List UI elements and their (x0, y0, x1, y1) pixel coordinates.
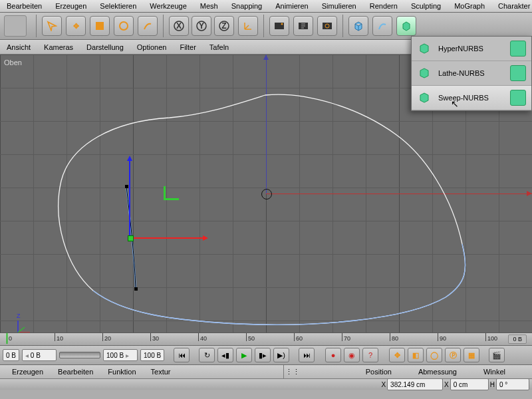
nurbs-menu-item-hypernurbs[interactable]: HyperNURBS (412, 37, 531, 61)
nurbs-dropdown-menu: HyperNURBSLathe-NURBSSweep-NURBS (411, 36, 532, 111)
spline-point[interactable] (134, 287, 138, 291)
transport-bar: 0 B ◂ 0 B 100 B ▸ 100 B ⏮ ↻ ◂▮ ▶ ▮▸ ▶) ⏭… (0, 346, 532, 365)
range-end-field[interactable]: 100 B ▸ (103, 349, 138, 361)
move-tool-button[interactable]: ✥ (66, 16, 86, 36)
last-tool-button[interactable] (138, 16, 158, 36)
svg-text:Y: Y (199, 21, 204, 31)
svg-point-1 (120, 22, 128, 30)
key-pla-button[interactable]: ▦ (464, 348, 479, 362)
key-rotate-button[interactable]: ◯ (426, 348, 442, 362)
attribute-tabs: ErzeugenBearbeitenFunktionTextur ⋮⋮ Posi… (0, 365, 532, 379)
viewmenu-tafeln[interactable]: Tafeln (209, 43, 229, 51)
menu-animieren[interactable]: Animieren (269, 1, 315, 11)
render-settings-button[interactable] (317, 16, 337, 36)
coordinate-fields-bar: X 382.149 cm X 0 cm H 0 ° (0, 379, 532, 390)
rotation-h-field[interactable]: 0 ° (496, 378, 529, 390)
coord-system-button[interactable] (238, 16, 258, 36)
menu-charakter[interactable]: Charakter (491, 1, 532, 11)
tab-funktion[interactable]: Funktion (108, 368, 136, 376)
clapper-button[interactable]: 🎬 (489, 348, 505, 362)
render-view-button[interactable] (269, 16, 289, 36)
undo-button[interactable] (4, 15, 27, 37)
nurbs-menu-button[interactable] (396, 16, 416, 36)
frame-start-field[interactable]: 0 B (3, 349, 19, 361)
range-start-field[interactable]: ◂ 0 B (22, 349, 57, 361)
nurbs-icon (417, 66, 432, 80)
lock-axis-y-button[interactable]: Y (192, 16, 211, 36)
primitive-cube-button[interactable] (348, 16, 368, 36)
coord-label-abmessung: Abmessung (418, 368, 457, 376)
prev-key-button[interactable]: ◂▮ (217, 348, 233, 362)
nurbs-menu-item-sweep-nurbs[interactable]: Sweep-NURBS (412, 86, 531, 110)
svg-point-9 (281, 23, 283, 25)
play-button[interactable]: ▶ (236, 348, 252, 362)
menu-bearbeiten[interactable]: Bearbeiten (0, 1, 49, 11)
menu-simulieren[interactable]: Simulieren (315, 1, 363, 11)
menu-mograph[interactable]: MoGraph (448, 1, 491, 11)
spline-pen-button[interactable] (372, 16, 392, 36)
keyframe-options-button[interactable]: ? (362, 348, 378, 362)
menu-rendern[interactable]: Rendern (363, 1, 404, 11)
timeline-ruler[interactable]: 0 B 0102030405060708090100 (0, 332, 532, 346)
viewmenu-filter[interactable]: Filter (180, 43, 196, 51)
menu-selektieren[interactable]: Selektieren (93, 1, 143, 11)
svg-line-15 (18, 327, 25, 332)
nurbs-secondary-icon (510, 41, 526, 57)
scale-tool-button[interactable] (90, 16, 110, 36)
world-axis-x (266, 194, 532, 194)
viewmenu-ansicht[interactable]: Ansicht (7, 43, 31, 51)
svg-text:X: X (176, 21, 182, 31)
viewmenu-kameras[interactable]: Kameras (44, 43, 73, 51)
axis-handle-xz-plane[interactable] (128, 235, 134, 241)
nurbs-secondary-icon (510, 90, 526, 106)
render-pv-button[interactable] (293, 16, 313, 36)
record-key-button[interactable]: ● (325, 348, 341, 362)
nurbs-icon (417, 41, 432, 56)
goto-end-button[interactable]: ⏭ (299, 348, 315, 362)
viewmenu-optionen[interactable]: Optionen (137, 43, 167, 51)
axis-x-label: X (381, 381, 386, 388)
select-tool-button[interactable] (42, 16, 62, 36)
world-axis-z (266, 55, 267, 194)
frame-end-field[interactable]: 100 B (140, 349, 164, 361)
key-move-button[interactable]: ✥ (389, 348, 405, 362)
spline-point[interactable] (125, 185, 128, 188)
tab-bearbeiten[interactable]: Bearbeiten (58, 368, 93, 376)
axis-handle-z[interactable] (129, 161, 130, 237)
autokey-button[interactable]: ◉ (344, 348, 360, 362)
tab-textur[interactable]: Textur (151, 368, 171, 376)
viewport-label: Oben (4, 59, 22, 66)
key-param-button[interactable]: Ⓟ (445, 348, 461, 362)
loop-button[interactable]: ↻ (199, 348, 215, 362)
key-scale-button[interactable]: ◧ (408, 348, 424, 362)
mouse-cursor-icon: ↖ (451, 98, 459, 109)
position-x-field[interactable]: 382.149 cm (387, 378, 443, 390)
menu-werkzeuge[interactable]: Werkzeuge (143, 1, 193, 11)
mini-axis-gizmo: Z (17, 313, 21, 319)
size-x-field[interactable]: 0 cm (450, 378, 489, 390)
rotate-tool-button[interactable] (114, 16, 134, 36)
lock-axis-x-button[interactable]: X (169, 16, 189, 36)
main-menu-bar[interactable]: BearbeitenErzeugenSelektierenWerkzeugeMe… (0, 0, 532, 13)
coord-label-winkel: Winkel (483, 368, 505, 376)
axis-handle-x[interactable] (130, 237, 203, 239)
nurbs-menu-item-lathe-nurbs[interactable]: Lathe-NURBS (412, 61, 531, 86)
menu-sculpting[interactable]: Sculpting (404, 1, 448, 11)
menu-erzeugen[interactable]: Erzeugen (49, 1, 93, 11)
menu-mesh[interactable]: Mesh (194, 1, 225, 11)
svg-rect-0 (96, 22, 104, 30)
axis-plane-indicator-icon (164, 186, 179, 200)
range-slider[interactable] (59, 352, 100, 358)
svg-text:Z: Z (221, 21, 226, 31)
viewmenu-darstellung[interactable]: Darstellung (86, 43, 124, 51)
play-sound-button[interactable]: ▶) (273, 348, 289, 362)
menu-snapping[interactable]: Snapping (225, 1, 269, 11)
next-key-button[interactable]: ▮▸ (255, 348, 271, 362)
goto-start-button[interactable]: ⏮ (174, 348, 190, 362)
current-frame-field[interactable]: 0 B (508, 334, 527, 344)
nurbs-secondary-icon (510, 65, 526, 81)
coord-label-position: Position (366, 368, 392, 376)
world-origin-icon (261, 189, 272, 200)
tab-erzeugen[interactable]: Erzeugen (12, 368, 43, 376)
lock-axis-z-button[interactable]: Z (214, 16, 234, 36)
